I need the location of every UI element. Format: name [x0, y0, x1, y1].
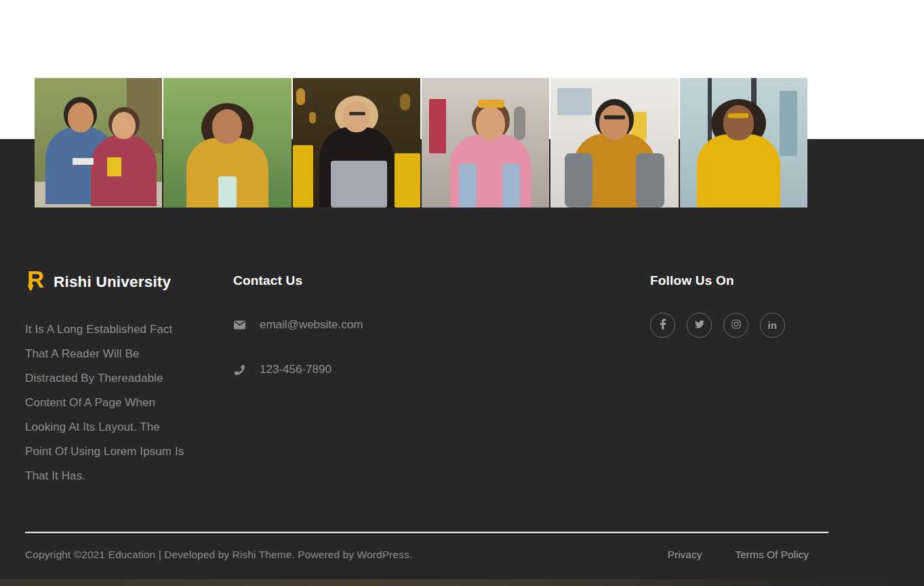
- instagram-icon: [731, 319, 742, 332]
- facebook-icon: [660, 319, 666, 332]
- footer-divider: [25, 532, 828, 533]
- twitter-button[interactable]: [687, 313, 712, 338]
- footer-social-column: Follow Us On: [650, 273, 826, 338]
- footer-brand-column: R Rishi University It Is A Long Establis…: [25, 267, 209, 488]
- brand-pencil-r-icon: R: [25, 267, 45, 297]
- contact-phone[interactable]: 123-456-7890: [260, 363, 332, 376]
- privacy-link[interactable]: Privacy: [668, 549, 702, 561]
- contact-phone-row: 123-456-7890: [233, 363, 437, 376]
- bottom-edge-strip: [0, 579, 924, 586]
- gallery-photo-woman-laptop[interactable]: [293, 78, 420, 208]
- footer-contact-column: Contact Us email@website.com 123-456-789…: [233, 273, 437, 376]
- photo-gallery: [35, 78, 807, 208]
- envelope-icon: [233, 320, 245, 330]
- instagram-button[interactable]: [723, 313, 748, 338]
- gallery-photo-curly-woman-cardigan[interactable]: [163, 78, 291, 208]
- copyright-text: Copyright ©2021 Education | Developed by…: [25, 549, 412, 561]
- contact-heading: Contact Us: [233, 273, 437, 288]
- gallery-photo-woman-headband[interactable]: [422, 78, 549, 208]
- contact-email[interactable]: email@website.com: [260, 318, 363, 332]
- gallery-photo-students-walking[interactable]: [35, 78, 162, 208]
- footer-about-text: It Is A Long Established Fact That A Rea…: [25, 317, 209, 488]
- footer-logo[interactable]: R Rishi University: [25, 267, 209, 297]
- social-icons-row: in: [650, 313, 826, 338]
- twitter-icon: [694, 319, 705, 332]
- page: R Rishi University It Is A Long Establis…: [0, 0, 924, 586]
- linkedin-button[interactable]: in: [760, 313, 785, 338]
- terms-link[interactable]: Terms Of Policy: [735, 549, 809, 561]
- phone-icon: [233, 365, 245, 375]
- gallery-photo-man-glasses-phone[interactable]: [550, 78, 678, 208]
- facebook-button[interactable]: [650, 313, 675, 338]
- footer-legal-links: Privacy Terms Of Policy: [668, 549, 828, 561]
- contact-email-row: email@website.com: [233, 318, 437, 332]
- footer-bottom-bar: Copyright ©2021 Education | Developed by…: [25, 549, 828, 561]
- social-heading: Follow Us On: [650, 273, 826, 288]
- brand-name: Rishi University: [54, 273, 171, 291]
- gallery-photo-woman-yellow-sweater[interactable]: [680, 78, 807, 208]
- linkedin-icon: in: [768, 320, 778, 331]
